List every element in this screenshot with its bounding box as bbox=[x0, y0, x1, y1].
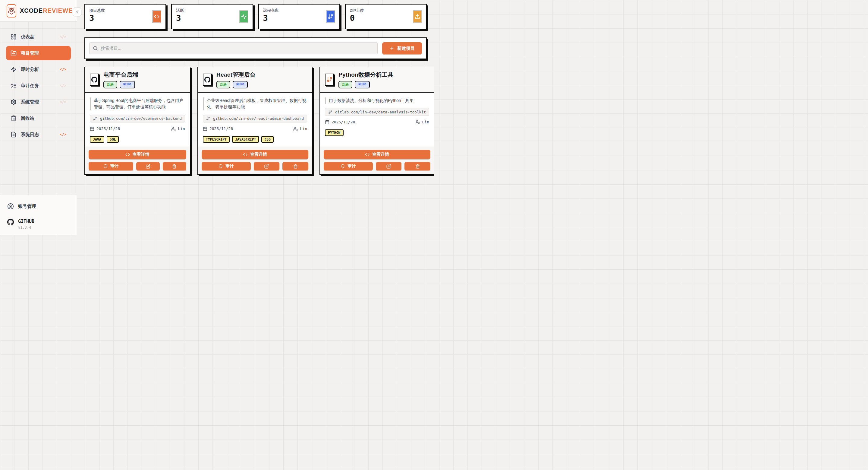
project-description: 用于数据清洗、分析和可视化的Python工具集 bbox=[325, 97, 429, 104]
sidebar-item-system-admin[interactable]: 系统管理 </> bbox=[6, 95, 71, 109]
repo-badge: REPO bbox=[120, 81, 135, 88]
file-text-icon bbox=[10, 131, 17, 138]
stat-card-active: 活跃 3 bbox=[171, 4, 253, 29]
delete-button[interactable] bbox=[404, 162, 430, 171]
project-footer: 查看详情 审计 bbox=[85, 147, 190, 174]
fox-logo-icon bbox=[7, 4, 16, 18]
code-marker-icon: </> bbox=[60, 133, 66, 137]
calendar-icon bbox=[325, 120, 330, 124]
user-icon bbox=[415, 120, 420, 124]
repo-url-text: github.com/lin-dev/react-admin-dashboard bbox=[213, 116, 304, 121]
sidebar: XCODEREVIEWER 仪表盘 </> 项目管理 即时分析 </> 审计 bbox=[0, 0, 77, 235]
account-label: 账号管理 bbox=[18, 204, 36, 209]
code-marker-icon: </> bbox=[60, 35, 66, 39]
audit-button[interactable]: 审计 bbox=[89, 162, 133, 171]
project-title: React管理后台 bbox=[216, 71, 255, 79]
github-icon bbox=[203, 74, 212, 86]
list-checks-icon bbox=[10, 83, 17, 89]
view-details-button[interactable]: 查看详情 bbox=[202, 150, 308, 159]
project-repo-url: gitlab.com/lin-dev/data-analysis-toolkit bbox=[325, 108, 429, 116]
stat-value: 3 bbox=[176, 13, 248, 23]
repo-badge: REPO bbox=[355, 81, 370, 88]
git-branch-icon bbox=[206, 116, 210, 120]
new-project-label: 新建项目 bbox=[397, 46, 415, 51]
plus-icon bbox=[390, 46, 394, 51]
view-details-button[interactable]: 查看详情 bbox=[324, 150, 430, 159]
sidebar-item-instant-analysis[interactable]: 即时分析 </> bbox=[6, 62, 71, 77]
sidebar-item-projects[interactable]: 项目管理 bbox=[6, 46, 71, 60]
project-meta: 2025/11/28 Lin bbox=[90, 126, 185, 131]
tag: JAVASCRIPT bbox=[232, 136, 259, 143]
code-marker-icon: </> bbox=[60, 67, 66, 71]
repo-badge: REPO bbox=[233, 81, 248, 88]
project-tags: JAVA SQL bbox=[90, 136, 185, 143]
sidebar-item-label: 审计任务 bbox=[21, 83, 39, 89]
search-input[interactable] bbox=[89, 42, 378, 54]
audit-label: 审计 bbox=[347, 164, 355, 169]
chevron-left-icon bbox=[75, 10, 79, 14]
edit-icon bbox=[386, 164, 391, 169]
tag: TYPESCRIPT bbox=[203, 136, 230, 143]
audit-label: 审计 bbox=[225, 164, 234, 169]
edit-icon bbox=[264, 164, 269, 169]
shield-icon bbox=[341, 164, 345, 168]
project-meta: 2025/11/28 Lin bbox=[325, 120, 429, 124]
project-header: Python数据分析工具 活跃 REPO bbox=[320, 67, 434, 93]
github-version-row: GITHUB v1.3.4 bbox=[7, 219, 70, 230]
view-details-button[interactable]: 查看详情 bbox=[89, 150, 186, 159]
delete-button[interactable] bbox=[163, 162, 186, 171]
brand-accent: REVIEWER bbox=[43, 7, 78, 14]
git-branch-icon bbox=[325, 74, 334, 86]
brand-primary: XCODE bbox=[20, 7, 43, 14]
audit-button[interactable]: 审计 bbox=[324, 162, 373, 171]
sidebar-item-audit-tasks[interactable]: 审计任务 </> bbox=[6, 79, 71, 93]
sidebar-nav: 仪表盘 </> 项目管理 即时分析 </> 审计任务 </> 系统管理 </> bbox=[0, 22, 77, 195]
search-wrap bbox=[89, 42, 378, 54]
project-date: 2025/11/28 bbox=[210, 126, 233, 131]
view-details-label: 查看详情 bbox=[133, 152, 150, 157]
project-header: 电商平台后端 活跃 REPO bbox=[85, 67, 190, 93]
sidebar-item-recycle-bin[interactable]: 回收站 bbox=[6, 111, 71, 125]
stats-row: 项目总数 3 活跃 3 远程仓库 3 ZIP上 bbox=[84, 4, 427, 29]
user-icon bbox=[293, 126, 298, 131]
version-label: v1.3.4 bbox=[18, 225, 34, 230]
sidebar-item-system-logs[interactable]: 系统日志 </> bbox=[6, 127, 71, 142]
delete-button[interactable] bbox=[282, 162, 308, 171]
code-marker-icon: </> bbox=[60, 100, 66, 104]
project-description: 企业级React管理后台模板，集成权限管理、数据可视化、表单处理等功能 bbox=[203, 97, 307, 110]
project-title: Python数据分析工具 bbox=[338, 71, 393, 79]
project-footer: 查看详情 审计 bbox=[320, 147, 434, 174]
sidebar-collapse-button[interactable] bbox=[73, 7, 82, 16]
new-project-button[interactable]: 新建项目 bbox=[382, 42, 422, 54]
calendar-icon bbox=[90, 126, 94, 131]
user-icon bbox=[171, 126, 176, 131]
sidebar-item-label: 即时分析 bbox=[21, 67, 39, 72]
shield-icon bbox=[218, 164, 223, 168]
project-card-python-toolkit: Python数据分析工具 活跃 REPO 用于数据清洗、分析和可视化的Pytho… bbox=[319, 67, 434, 175]
status-badge: 活跃 bbox=[103, 81, 117, 88]
github-icon bbox=[90, 74, 99, 86]
edit-button[interactable] bbox=[136, 162, 160, 171]
calendar-icon bbox=[203, 126, 207, 131]
sidebar-item-dashboard[interactable]: 仪表盘 </> bbox=[6, 30, 71, 44]
edit-button[interactable] bbox=[254, 162, 280, 171]
git-branch-icon bbox=[326, 10, 335, 23]
activity-icon bbox=[239, 10, 248, 23]
upload-icon bbox=[413, 10, 422, 23]
code-icon bbox=[152, 10, 161, 23]
brand-title: XCODEREVIEWER bbox=[20, 7, 78, 14]
stat-label: 项目总数 bbox=[89, 8, 161, 13]
sidebar-item-account[interactable]: 账号管理 bbox=[7, 203, 70, 210]
audit-button[interactable]: 审计 bbox=[202, 162, 251, 171]
trash-icon bbox=[10, 115, 17, 121]
search-icon bbox=[93, 46, 98, 51]
stat-label: 活跃 bbox=[176, 8, 248, 13]
view-details-label: 查看详情 bbox=[372, 152, 389, 157]
project-meta: 2025/11/28 Lin bbox=[203, 126, 307, 131]
edit-button[interactable] bbox=[376, 162, 402, 171]
search-panel: 新建项目 bbox=[84, 37, 427, 59]
stat-label: ZIP上传 bbox=[350, 8, 422, 13]
project-body: 基于Spring Boot的电商平台后端服务，包含用户管理、商品管理、订单处理等… bbox=[85, 93, 190, 147]
trash-icon bbox=[415, 164, 420, 169]
folder-git-icon bbox=[10, 50, 17, 56]
